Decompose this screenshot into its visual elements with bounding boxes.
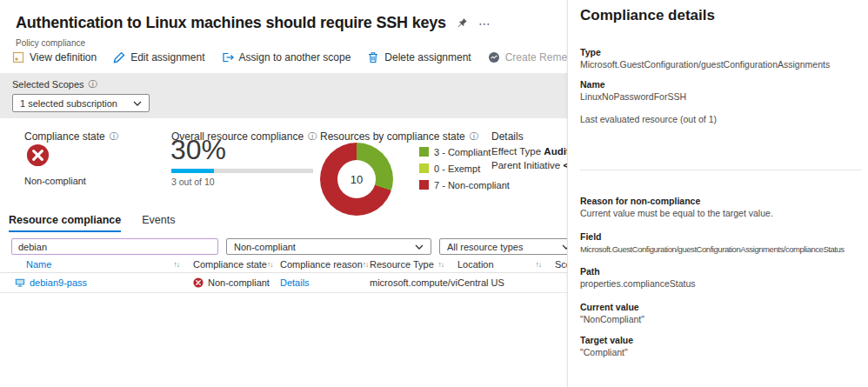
scope-dropdown[interactable]: 1 selected subscription [12, 94, 150, 112]
sort-icon[interactable]: ↑↓ [267, 260, 273, 269]
page-header: Authentication to Linux machines should … [16, 14, 491, 32]
target-value-field: Target value "Compliant" [580, 335, 865, 358]
info-icon: ⓘ [110, 132, 118, 141]
last-evaluated-text: Last evaluated resource (out of 1) [580, 114, 865, 124]
donut-total: 10 [337, 160, 376, 198]
sort-icon[interactable]: ↑↓ [174, 260, 180, 269]
resources-by-state-label: Resources by compliance state ⓘ [320, 130, 478, 143]
view-definition-icon [12, 51, 24, 63]
view-definition-button[interactable]: View definition [12, 51, 97, 63]
scope-band: Selected Scopes ⓘ 1 selected subscriptio… [0, 73, 567, 118]
column-resource-type[interactable]: Resource Type ↑↓ [370, 259, 457, 270]
field-field: Field Microsoft.GuestConfiguration/guest… [580, 231, 865, 255]
effect-type-line: Effect Type AuditIfNot [491, 146, 567, 157]
current-value-field: Current value "NonCompliant" [580, 302, 865, 325]
search-input[interactable] [11, 238, 218, 255]
details-link[interactable]: Details [280, 277, 310, 288]
compliance-progress-fill [171, 169, 214, 173]
main-content: Authentication to Linux machines should … [0, 0, 567, 387]
pin-icon[interactable] [457, 17, 468, 29]
compliance-state-label: Compliance state ⓘ [24, 130, 118, 143]
column-location[interactable]: Location ↑↓ [457, 259, 555, 270]
sort-icon[interactable]: ↑↓ [438, 260, 444, 269]
path-field: Path properties.complianceStatus [580, 266, 865, 290]
compliance-details-panel: Compliance details Type Microsoft.GuestC… [567, 0, 868, 387]
compliant-swatch [419, 147, 429, 157]
info-icon: ⓘ [470, 132, 478, 141]
box-arrow-icon [222, 51, 234, 63]
more-menu-icon[interactable]: ⋯ [478, 17, 491, 30]
cell-resource-type: microsoft.compute/virt... [370, 277, 457, 288]
assign-scope-button[interactable]: Assign to another scope [222, 51, 351, 63]
noncompliant-swatch [419, 180, 429, 190]
filter-row: Non-compliant All resource types [11, 238, 567, 255]
compliance-donut: 10 [320, 143, 393, 216]
selected-scopes-label: Selected Scopes ⓘ [12, 79, 567, 90]
cell-name: debian9-pass [0, 277, 193, 288]
compliance-state-value: Non-compliant [24, 176, 86, 186]
type-field: Type Microsoft.GuestConfiguration/guestC… [580, 47, 865, 70]
cell-compliance-reason: Details [280, 277, 370, 288]
column-name[interactable]: Name ↑↓ [0, 259, 193, 270]
column-compliance-reason[interactable]: Compliance reason ↑↓ [280, 259, 370, 270]
edit-assignment-button[interactable]: Edit assignment [113, 51, 204, 63]
compliance-progress-track [171, 169, 313, 173]
vm-icon [15, 277, 25, 288]
parent-initiative-line: Parent Initiative <<NO [491, 160, 567, 170]
exempt-swatch [419, 163, 429, 173]
panel-title: Compliance details [580, 3, 865, 24]
create-remediation-task-button: Create Remediation Task [488, 51, 567, 63]
page-title: Authentication to Linux machines should … [16, 14, 446, 32]
compliance-ratio: 3 out of 10 [171, 177, 215, 187]
chevron-down-icon [133, 101, 142, 106]
type-filter-dropdown[interactable]: All resource types [439, 238, 567, 255]
page-subtitle: Policy compliance [16, 38, 85, 48]
column-scope[interactable]: Scope [555, 259, 567, 270]
info-icon: ⓘ [308, 132, 317, 141]
policy-compliance-screen: Authentication to Linux machines should … [0, 0, 868, 387]
noncompliant-x-icon [26, 143, 50, 167]
table-header: Name ↑↓ Compliance state ↑↓ Compliance r… [0, 256, 567, 273]
noncompliant-x-icon [193, 277, 204, 288]
cell-location: Central US [457, 277, 555, 288]
resource-table: Name ↑↓ Compliance state ↑↓ Compliance r… [0, 256, 567, 293]
state-filter-dropdown[interactable]: Non-compliant [226, 238, 431, 255]
table-row[interactable]: debian9-pass Non-compliant Details micro… [0, 273, 567, 293]
cell-compliance-state: Non-compliant [193, 277, 280, 288]
remediation-icon [488, 51, 500, 63]
command-bar: View definition Edit assignment Assign t… [12, 51, 567, 63]
resource-link[interactable]: debian9-pass [30, 277, 87, 288]
info-icon: ⓘ [89, 80, 97, 89]
column-compliance-state[interactable]: Compliance state ↑↓ [193, 259, 280, 270]
assignment-details: Details Effect Type AuditIfNot Parent In… [491, 130, 567, 170]
tab-resource-compliance[interactable]: Resource compliance [9, 214, 121, 232]
sort-icon[interactable]: ↑↓ [536, 260, 542, 269]
compliance-percent: 30% [170, 132, 226, 167]
chevron-down-icon [415, 244, 424, 250]
legend-item: 7 - Non-compliant [419, 178, 510, 191]
delete-assignment-button[interactable]: Delete assignment [367, 51, 471, 63]
tab-events[interactable]: Events [142, 214, 175, 232]
name-field: Name LinuxNoPasswordForSSH [580, 79, 865, 103]
pencil-icon [113, 51, 125, 63]
trash-icon [367, 51, 379, 63]
tab-bar: Resource compliance Events [9, 214, 175, 232]
compliance-metrics: Compliance state ⓘ Non-compliant Overall… [0, 123, 567, 216]
panel-divider [580, 170, 862, 170]
reason-field: Reason for non-compliance Current value … [580, 196, 865, 219]
sort-icon[interactable]: ↑↓ [363, 260, 369, 269]
